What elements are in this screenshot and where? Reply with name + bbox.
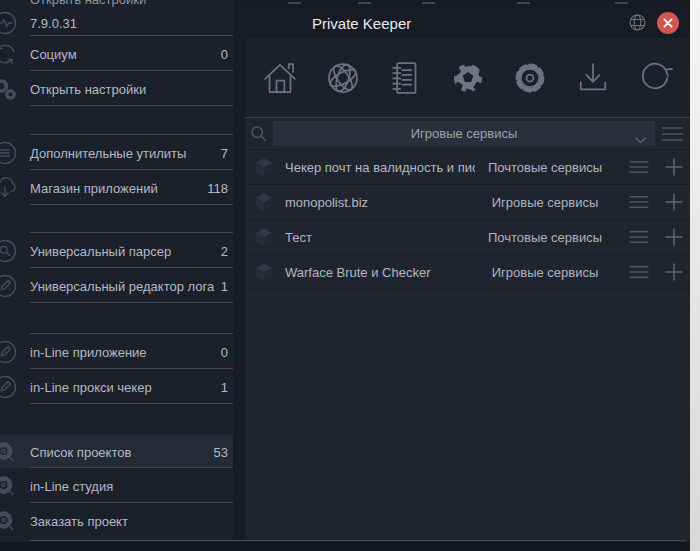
gear-wrench-icon: [0, 472, 19, 500]
close-icon: [657, 12, 679, 34]
sidebar-item-label: Универсальный редактор лога: [30, 278, 214, 293]
sidebar-item-count: 1: [221, 278, 228, 293]
sidebar-item-version[interactable]: 7.9.0.31: [0, 10, 233, 36]
sidebar-item-label: Открыть настройки: [30, 0, 146, 7]
bottom-strip: [0, 542, 690, 551]
sidebar-item-label: Открыть настройки: [30, 81, 146, 96]
cube-icon: [253, 226, 275, 248]
sidebar-item-order-project[interactable]: Заказать проект: [0, 503, 233, 538]
sidebar-item-socium[interactable]: Социум 0: [0, 36, 233, 71]
hamburger-icon[interactable]: [628, 229, 650, 245]
service-name: Тест: [285, 230, 475, 245]
sidebar-spacer: [0, 303, 233, 334]
service-row[interactable]: monopolist.biz Игровые сервисы: [245, 185, 690, 220]
window-behind-dash: [422, 2, 435, 4]
settings-gear-icon[interactable]: [509, 57, 551, 99]
sidebar-item-count: 53: [214, 444, 228, 459]
refresh-icon[interactable]: [634, 57, 676, 99]
sync-arrows-icon: [0, 40, 19, 68]
network-globe-icon[interactable]: [322, 57, 364, 99]
filter-row: Игровые сервисы: [245, 118, 690, 150]
close-button[interactable]: [657, 12, 679, 34]
window-behind-edge: [690, 0, 700, 551]
sidebar-item-label: Магазин приложений: [30, 180, 158, 195]
window-title: Private Keeper: [312, 15, 411, 32]
category-dropdown[interactable]: Игровые сервисы: [273, 121, 655, 146]
app-window: Открыть настройки 7.9.0.31 Социум 0 Откр…: [0, 0, 700, 551]
circle-pencil-icon: [0, 272, 19, 300]
sidebar-spacer: [0, 106, 233, 135]
sidebar-gap: [233, 0, 245, 541]
hamburger-icon[interactable]: [628, 264, 650, 280]
service-name: Warface Brute и Checker: [285, 265, 475, 280]
sidebar-item-open-settings[interactable]: Открыть настройки: [0, 71, 233, 106]
sidebar-item-parser[interactable]: Универсальный парсер 2: [0, 233, 233, 268]
window-behind-dash: [288, 2, 301, 4]
sidebar-item-app-store[interactable]: Магазин приложений 118: [0, 170, 233, 205]
category-dropdown-value: Игровые сервисы: [411, 126, 518, 141]
cube-icon: [253, 156, 275, 178]
titlebar: Private Keeper: [245, 8, 690, 38]
hamburger-icon[interactable]: [628, 194, 650, 210]
window-behind-dash: [517, 2, 530, 4]
sidebar-item-count: 2: [221, 243, 228, 258]
sidebar-item-label: in-Line приложение: [30, 344, 147, 359]
service-row[interactable]: Тест Почтовые сервисы: [245, 220, 690, 255]
sidebar-item-count: 7: [221, 145, 228, 160]
service-name: Чекер почт на валидность и письма: [285, 160, 475, 175]
sidebar-item-count: 0: [221, 46, 228, 61]
sidebar-item-label: in-Line студия: [30, 478, 113, 493]
sidebar-item-inline-studio[interactable]: in-Line студия: [0, 468, 233, 503]
service-category: Игровые сервисы: [475, 265, 615, 280]
search-icon[interactable]: [248, 123, 269, 144]
window-behind-strip: [245, 0, 690, 8]
gear-wrench-icon: [0, 507, 19, 535]
plus-icon[interactable]: [664, 262, 684, 282]
sidebar-item-count: 1: [221, 379, 228, 394]
notebook-icon[interactable]: [384, 57, 426, 99]
sphere-icon[interactable]: [447, 57, 489, 99]
sidebar-item-label: Социум: [30, 46, 77, 61]
circle-menu-icon: [0, 139, 19, 167]
service-row[interactable]: Чекер почт на валидность и письма Почтов…: [245, 150, 690, 185]
hamburger-icon[interactable]: [660, 125, 685, 143]
sidebar-item-label: Универсальный парсер: [30, 243, 171, 258]
home-icon[interactable]: [259, 57, 301, 99]
sidebar-item-log-editor[interactable]: Универсальный редактор лога 1: [0, 268, 233, 303]
window-behind-dash: [358, 2, 371, 4]
sidebar-item-utilities[interactable]: Дополнительные утилиты 7: [0, 135, 233, 170]
hamburger-icon[interactable]: [628, 159, 650, 175]
download-icon[interactable]: [572, 57, 614, 99]
window-behind-dash: [615, 2, 628, 4]
sidebar-item-project-list[interactable]: Список проектов 53: [0, 435, 233, 468]
sidebar-item-label: in-Line прокси чекер: [30, 379, 152, 394]
sidebar-item-label: Дополнительные утилиты: [30, 145, 186, 160]
chevron-down-icon: [634, 130, 647, 138]
sidebar-item-inline-app[interactable]: in-Line приложение 0: [0, 334, 233, 369]
toolbar: [245, 38, 690, 117]
service-row[interactable]: Warface Brute и Checker Игровые сервисы: [245, 255, 690, 290]
sidebar-item-inline-proxy-checker[interactable]: in-Line прокси чекер 1: [0, 369, 233, 404]
service-category: Почтовые сервисы: [475, 230, 615, 245]
main-panel: Private Keeper Игровые сервисы: [245, 0, 690, 541]
circle-pencil-icon: [0, 338, 19, 366]
sidebar-item-label: Заказать проект: [30, 513, 128, 528]
cube-icon: [253, 191, 275, 213]
sidebar: Открыть настройки 7.9.0.31 Социум 0 Откр…: [0, 0, 233, 541]
circle-search-icon: [0, 237, 19, 265]
sidebar-spacer: [0, 205, 233, 233]
plus-icon[interactable]: [664, 227, 684, 247]
sidebar-item-label: Список проектов: [30, 444, 131, 459]
service-category: Игровые сервисы: [475, 195, 615, 210]
plus-icon[interactable]: [664, 157, 684, 177]
cloud-download-icon: [0, 174, 19, 202]
circle-pencil-icon: [0, 373, 19, 401]
globe-icon[interactable]: [627, 12, 648, 33]
sidebar-item-clipped[interactable]: Открыть настройки: [0, 0, 233, 10]
plus-icon[interactable]: [664, 192, 684, 212]
gear-wrench-icon: [0, 438, 19, 466]
pulse-circle-icon: [0, 9, 19, 37]
cube-icon: [253, 261, 275, 283]
content-area: Игровые сервисы Чекер почт на валидность…: [245, 117, 690, 541]
service-category: Почтовые сервисы: [475, 160, 615, 175]
